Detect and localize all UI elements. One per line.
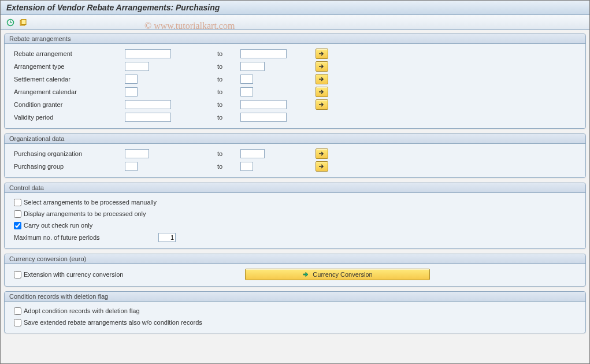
svg-rect-4 bbox=[21, 19, 26, 24]
check-display-row: Display arrangements to be processed onl… bbox=[9, 208, 581, 220]
input-cond-granter-to[interactable] bbox=[240, 100, 287, 109]
execute-icon[interactable] bbox=[5, 17, 16, 28]
currency-conversion-button[interactable]: Currency Conversion bbox=[245, 269, 430, 280]
toolbar bbox=[1, 15, 589, 30]
check-adopt-row: Adopt condition records with deletion fl… bbox=[9, 305, 581, 317]
check-save-row: Save extended rebate arrangements also w… bbox=[9, 317, 581, 328]
check-display-label: Display arrangements to be processed onl… bbox=[24, 210, 146, 217]
panel-control: Control data Select arrangements to be p… bbox=[4, 183, 586, 249]
panel-rebate-header: Rebate arrangements bbox=[5, 34, 585, 44]
multi-select-icon[interactable] bbox=[316, 61, 328, 72]
row-settlement-calendar: Settlement calendar to bbox=[9, 73, 581, 86]
input-rebate-arr-from[interactable] bbox=[125, 49, 171, 58]
row-condition-granter: Condition granter to bbox=[9, 98, 581, 111]
row-max-periods: Maximum no. of future periods bbox=[9, 231, 581, 244]
row-purch-org: Purchasing organization to bbox=[9, 147, 581, 160]
check-save-label: Save extended rebate arrangements also w… bbox=[24, 319, 202, 326]
to-label: to bbox=[217, 150, 240, 157]
check-ext-conversion[interactable] bbox=[14, 271, 21, 278]
check-run-label: Carry out check run only bbox=[24, 222, 92, 229]
input-arr-type-from[interactable] bbox=[125, 62, 149, 71]
input-validity-from[interactable] bbox=[125, 113, 171, 122]
label-ext-conversion: Extension with currency conversion bbox=[24, 271, 123, 278]
to-label: to bbox=[217, 76, 240, 83]
input-validity-to[interactable] bbox=[240, 113, 287, 122]
panel-rebate: Rebate arrangements Rebate arrangement t… bbox=[4, 34, 586, 129]
input-purch-grp-from[interactable] bbox=[125, 162, 138, 171]
label-settlement-calendar: Settlement calendar bbox=[9, 76, 125, 83]
to-label: to bbox=[217, 114, 240, 121]
label-max-periods: Maximum no. of future periods bbox=[9, 234, 158, 241]
input-purch-org-from[interactable] bbox=[125, 149, 149, 158]
content-area: Rebate arrangements Rebate arrangement t… bbox=[1, 30, 589, 341]
input-max-periods[interactable] bbox=[158, 233, 176, 242]
input-arr-type-to[interactable] bbox=[240, 62, 265, 71]
currency-conversion-label: Currency Conversion bbox=[313, 271, 372, 278]
row-arrangement-type: Arrangement type to bbox=[9, 60, 581, 73]
multi-select-icon[interactable] bbox=[316, 49, 328, 59]
panel-deletion-header: Condition records with deletion flag bbox=[5, 292, 585, 302]
check-manual[interactable] bbox=[14, 199, 21, 206]
check-manual-label: Select arrangements to be processed manu… bbox=[24, 199, 157, 206]
to-label: to bbox=[217, 63, 240, 70]
row-validity-period: Validity period to bbox=[9, 111, 581, 124]
to-label: to bbox=[217, 88, 240, 95]
check-run-only[interactable] bbox=[14, 222, 21, 229]
input-rebate-arr-to[interactable] bbox=[240, 49, 287, 58]
row-arrangement-calendar: Arrangement calendar to bbox=[9, 86, 581, 98]
panel-org: Organizational data Purchasing organizat… bbox=[4, 133, 586, 178]
row-purch-grp: Purchasing group to bbox=[9, 160, 581, 173]
input-arr-cal-from[interactable] bbox=[125, 87, 138, 96]
input-cond-granter-from[interactable] bbox=[125, 100, 171, 109]
multi-select-icon[interactable] bbox=[316, 99, 328, 110]
check-display-only[interactable] bbox=[14, 210, 21, 218]
input-arr-cal-to[interactable] bbox=[240, 87, 253, 96]
label-rebate-arrangement: Rebate arrangement bbox=[9, 50, 125, 57]
input-settle-cal-from[interactable] bbox=[125, 75, 138, 84]
row-rebate-arrangement: Rebate arrangement to bbox=[9, 47, 581, 60]
page-title: Extension of Vendor Rebate Arrangements:… bbox=[1, 1, 589, 15]
check-manual-row: Select arrangements to be processed manu… bbox=[9, 196, 581, 208]
label-arrangement-calendar: Arrangement calendar bbox=[9, 88, 125, 95]
panel-deletion: Condition records with deletion flag Ado… bbox=[4, 291, 586, 333]
input-purch-grp-to[interactable] bbox=[240, 162, 253, 171]
label-condition-granter: Condition granter bbox=[9, 101, 125, 108]
label-purch-grp: Purchasing group bbox=[9, 163, 125, 170]
label-arrangement-type: Arrangement type bbox=[9, 63, 125, 70]
input-settle-cal-to[interactable] bbox=[240, 75, 253, 84]
label-purch-org: Purchasing organization bbox=[9, 150, 125, 157]
to-label: to bbox=[217, 50, 240, 57]
check-save[interactable] bbox=[14, 319, 21, 326]
row-currency: Extension with currency conversion Curre… bbox=[9, 268, 581, 281]
multi-select-icon[interactable] bbox=[316, 161, 328, 172]
panel-org-header: Organizational data bbox=[5, 134, 585, 144]
label-validity-period: Validity period bbox=[9, 114, 125, 121]
variant-icon[interactable] bbox=[18, 17, 28, 28]
check-run-row: Carry out check run only bbox=[9, 220, 581, 231]
multi-select-icon[interactable] bbox=[316, 148, 328, 159]
panel-control-header: Control data bbox=[5, 183, 585, 193]
panel-currency-header: Currency conversion (euro) bbox=[5, 254, 585, 264]
multi-select-icon[interactable] bbox=[316, 87, 328, 97]
to-label: to bbox=[217, 163, 240, 170]
multi-select-icon[interactable] bbox=[316, 74, 328, 84]
to-label: to bbox=[217, 101, 240, 108]
panel-currency: Currency conversion (euro) Extension wit… bbox=[4, 254, 586, 287]
input-purch-org-to[interactable] bbox=[240, 149, 265, 158]
check-adopt-label: Adopt condition records with deletion fl… bbox=[24, 307, 140, 314]
check-adopt[interactable] bbox=[14, 307, 21, 315]
